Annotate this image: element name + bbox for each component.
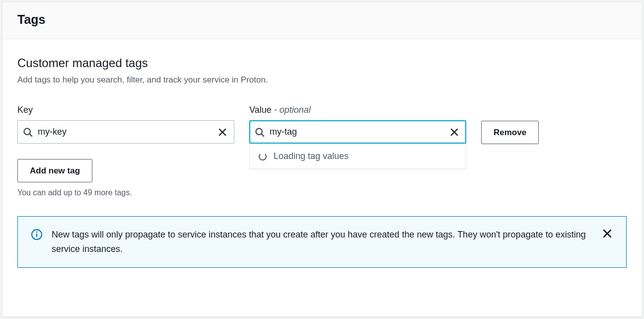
key-field-column: Key bbox=[17, 105, 234, 144]
search-icon bbox=[255, 127, 265, 137]
value-label-sep: - bbox=[274, 105, 280, 115]
panel-body: Customer managed tags Add tags to help y… bbox=[2, 39, 642, 283]
value-label-optional: optional bbox=[280, 105, 311, 115]
panel-header: Tags bbox=[2, 2, 642, 39]
remove-column: Remove bbox=[481, 105, 539, 144]
close-icon bbox=[218, 128, 227, 137]
section-description: Add tags to help you search, filter, and… bbox=[17, 75, 627, 85]
key-input-wrap[interactable] bbox=[17, 120, 234, 144]
tags-panel: Tags Customer managed tags Add tags to h… bbox=[2, 2, 642, 317]
value-input[interactable] bbox=[270, 121, 448, 143]
value-field-column: Value - optional bbox=[249, 105, 466, 144]
section-heading: Customer managed tags bbox=[17, 56, 627, 70]
panel-title: Tags bbox=[17, 12, 627, 27]
svg-point-10 bbox=[37, 232, 37, 233]
svg-line-5 bbox=[262, 134, 264, 136]
clear-value-button[interactable] bbox=[448, 126, 461, 139]
svg-point-4 bbox=[256, 128, 263, 135]
svg-point-0 bbox=[24, 128, 31, 135]
remove-button[interactable]: Remove bbox=[481, 121, 539, 144]
value-label-prefix: Value bbox=[249, 105, 274, 115]
key-label: Key bbox=[17, 105, 234, 115]
value-input-wrap[interactable] bbox=[249, 120, 466, 144]
value-dropdown[interactable]: Loading tag values bbox=[249, 144, 466, 169]
svg-line-1 bbox=[30, 134, 32, 136]
tags-remaining-hint: You can add up to 49 more tags. bbox=[17, 188, 627, 197]
info-alert-text: New tags will only propagate to service … bbox=[52, 228, 592, 256]
value-label: Value - optional bbox=[249, 105, 466, 115]
search-icon bbox=[23, 127, 33, 137]
spinner-icon bbox=[259, 153, 267, 160]
add-new-tag-button[interactable]: Add new tag bbox=[17, 159, 92, 182]
tag-row: Key bbox=[17, 105, 627, 144]
close-icon bbox=[602, 229, 612, 239]
key-input[interactable] bbox=[38, 121, 216, 143]
dismiss-alert-button[interactable] bbox=[601, 228, 613, 241]
loading-text: Loading tag values bbox=[274, 151, 349, 161]
info-alert: New tags will only propagate to service … bbox=[17, 216, 627, 268]
clear-key-button[interactable] bbox=[216, 126, 229, 139]
close-icon bbox=[450, 128, 459, 137]
info-icon bbox=[31, 229, 43, 240]
